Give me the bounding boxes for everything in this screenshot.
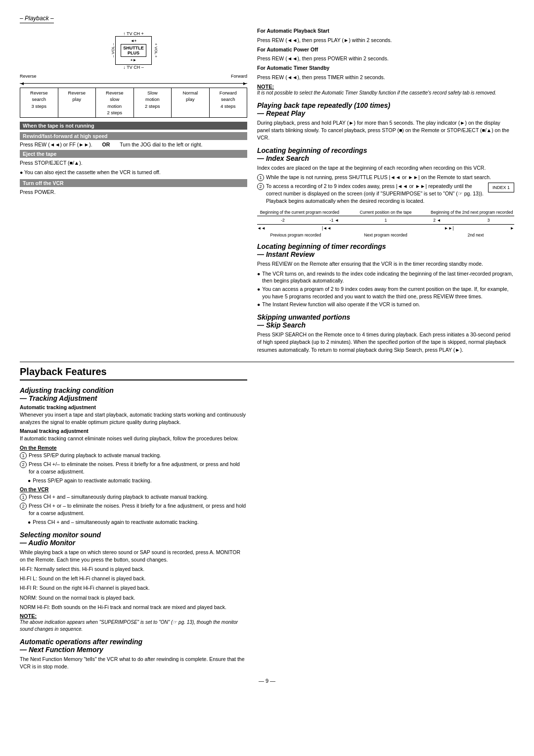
arrow-left: ◄: [20, 81, 25, 86]
instant-review-title: Locating beginning of timer recordings: [257, 242, 514, 250]
reverse-label: Reverse: [20, 74, 37, 79]
tape-number-row: -2 -1 ◄ 1 2 ◄ 3: [257, 216, 514, 225]
tape-not-running-bar: When the tape is not running: [20, 122, 247, 130]
tape-num-1: -1 ◄: [309, 218, 360, 223]
vcr-press: Press POWER.: [20, 189, 247, 196]
repeat-play-text: During playback, press and hold PLAY (►)…: [257, 119, 514, 142]
next-function-subtitle: — Next Function Memory: [20, 646, 247, 654]
main-left-col: Playback Features Adjusting tracking con…: [20, 366, 247, 673]
left-top-col: ↑ TV CH + – VOL – ◄+ SHUTTLEPLUS +► + VO…: [20, 27, 247, 356]
audio-mode-0: HI-FI: Normally select this. Hi-Fi sound…: [20, 566, 247, 573]
tape-num-0: -2: [257, 218, 309, 223]
direction-arrow-row: ◄ ►: [20, 80, 247, 87]
speed-col-0-l1: Reverse: [23, 90, 55, 96]
audio-note-label: NOTE:: [20, 613, 37, 619]
tape-arr-4: ►: [510, 226, 514, 231]
audio-monitor-title: Selecting monitor sound: [20, 531, 247, 539]
tape-arr-3: ►►|: [444, 226, 453, 231]
instant-bullet-0: ● The VCR turns on, and rewinds to the i…: [257, 270, 514, 284]
tv-ch-top-label: ↑ TV CH +: [59, 31, 208, 36]
speed-col-0-l2: search: [23, 96, 55, 102]
instant-bullet-1-text: You can access a program of 2 to 9 index…: [262, 285, 514, 300]
note-text-1: It is not possible to select the Automat…: [257, 90, 514, 96]
remote-step-2: ● Press SP/EP again to reactivate automa…: [28, 477, 247, 484]
manual-tracking-text: If automatic tracking cannot eliminate n…: [20, 435, 247, 442]
vcr-step-0-text: Press CH + and – simultaneously during p…: [29, 493, 208, 501]
page-title: Playback Features: [20, 366, 247, 380]
power-off-label: For Automatic Power Off: [257, 46, 514, 54]
forward-label: Forward: [231, 74, 247, 79]
index-step-2-content: 2 To access a recording of 2 to 9 index …: [257, 183, 484, 206]
speed-col-2: Reverse slow motion 2 steps: [96, 88, 134, 117]
repeat-play-title: Playing back tape repeatedly (100 times): [257, 101, 514, 109]
arrow-right: ►: [242, 81, 247, 86]
main-right-col: [257, 366, 514, 673]
tv-ch-bottom-label: ↓ TV CH –: [59, 65, 208, 70]
repeat-play-heading: Playing back tape repeatedly (100 times)…: [257, 101, 514, 117]
index-step-2: 2 To access a recording of 2 to 9 index …: [257, 183, 484, 204]
skip-search-text: Press SKIP SEARCH on the Remote once to …: [257, 331, 514, 354]
step-num-2: 2: [257, 183, 264, 190]
remote-step-2-indent: ● Press SP/EP again to reactivate automa…: [20, 477, 247, 484]
speed-col-2-l2: slow: [99, 96, 131, 102]
speed-col-0-l3: 3 steps: [23, 103, 55, 109]
audio-monitor-text: While playing back a tape on which stere…: [20, 549, 247, 564]
auto-playback-note: NOTE: It is not possible to select the A…: [257, 84, 514, 96]
tape-label-top-2: Beginning of the 2nd next program record…: [429, 210, 514, 215]
skip-search-subtitle: — Skip Search: [257, 321, 514, 329]
tape-num-3: 2 ◄: [411, 218, 463, 223]
vol-right-label: + VOL +: [152, 43, 158, 58]
vcr-step-2: ● Press CH + and – simultaneously again …: [28, 519, 247, 526]
tape-label-bot-0: Previous program recorded: [257, 233, 334, 237]
section-divider: [20, 362, 514, 362]
jog-text: Turn the JOG dial to the left or right.: [120, 142, 202, 147]
on-vcr-label: On the VCR: [20, 486, 247, 492]
or-text: OR: [102, 142, 110, 147]
instant-bullet-0-text: The VCR turns on, and rewinds to the ind…: [262, 270, 514, 284]
speed-col-3-l3: 2 steps: [137, 103, 169, 109]
speed-col-1: Reverse play: [58, 88, 96, 117]
vcr-off-text: Press POWER.: [20, 189, 247, 196]
audio-monitor-subtitle: — Audio Monitor: [20, 539, 247, 547]
tape-label-bot-2: 2nd next: [437, 233, 514, 237]
vcr-step-2-text: Press CH + and – simultaneously again to…: [33, 519, 198, 526]
speed-col-3-l2: motion: [137, 96, 169, 102]
vol-left-label: – VOL –: [109, 43, 115, 57]
direction-line: [20, 83, 247, 84]
vcr-step-1-text: Press CH + or – to eliminate the noises.…: [29, 502, 247, 517]
index-search-subtitle: — Index Search: [257, 154, 514, 162]
speed-col-2-l1: Reverse: [99, 90, 131, 96]
tape-labels-bottom: Previous program recorded Next program r…: [257, 233, 514, 237]
index-search-heading: Locating beginning of recordings — Index…: [257, 146, 514, 162]
tape-arr-1: |◄◄: [322, 226, 331, 231]
rewind-bar: Rewind/fast-forward at high speed: [20, 132, 247, 140]
timer-label-text: For Automatic Timer Standby: [257, 65, 329, 71]
speed-col-5-l3: 4 steps: [213, 103, 244, 109]
instant-review-heading: Locating beginning of timer recordings —…: [257, 242, 514, 258]
speed-col-2-l3: motion: [99, 103, 131, 109]
auto-tracking-title: Automatic tracking adjustment: [20, 404, 247, 410]
remote-step-2-text: Press SP/EP again to reactivate automati…: [33, 477, 151, 484]
index-step-1: 1 While the tape is not running, press S…: [257, 174, 514, 181]
on-remote-label: On the Remote: [20, 445, 247, 451]
index-search-intro: Index codes are placed on the tape at th…: [257, 164, 514, 172]
vcr-step-2-indent: ● Press CH + and – simultaneously again …: [20, 519, 247, 526]
speed-col-5-l1: Forward: [213, 90, 244, 96]
tape-label-top-1: Current position on the tape: [343, 210, 428, 215]
speed-table: Reverse search 3 steps Reverse play Reve…: [20, 88, 247, 118]
index-box: INDEX 1: [488, 183, 514, 192]
speed-col-4-l1: Normal: [175, 90, 206, 96]
speed-col-5: Forward search 4 steps: [210, 88, 247, 117]
tracking-heading: Adjusting tracking condition — Tracking …: [20, 386, 247, 402]
index-step-2-row: 2 To access a recording of 2 to 9 index …: [257, 183, 514, 206]
tape-num-2: 1: [360, 218, 411, 223]
remote-step-1: 2 Press CH +/– to eliminate the noises. …: [20, 461, 247, 475]
index-step-2-text: To access a recording of 2 to 9 index co…: [266, 183, 484, 204]
tracking-subtitle: — Tracking Adjustment: [20, 394, 247, 402]
power-off-text: Press REW (◄◄), then press POWER within …: [257, 55, 514, 63]
index-search-title: Locating beginning of recordings: [257, 146, 514, 154]
shuttle-diagram: ↑ TV CH + – VOL – ◄+ SHUTTLEPLUS +► + VO…: [59, 31, 208, 70]
page-header: – Playback –: [20, 15, 514, 27]
speed-col-2-l4: 2 steps: [99, 109, 131, 116]
vcr-off-bar: Turn off the VCR: [20, 179, 247, 187]
